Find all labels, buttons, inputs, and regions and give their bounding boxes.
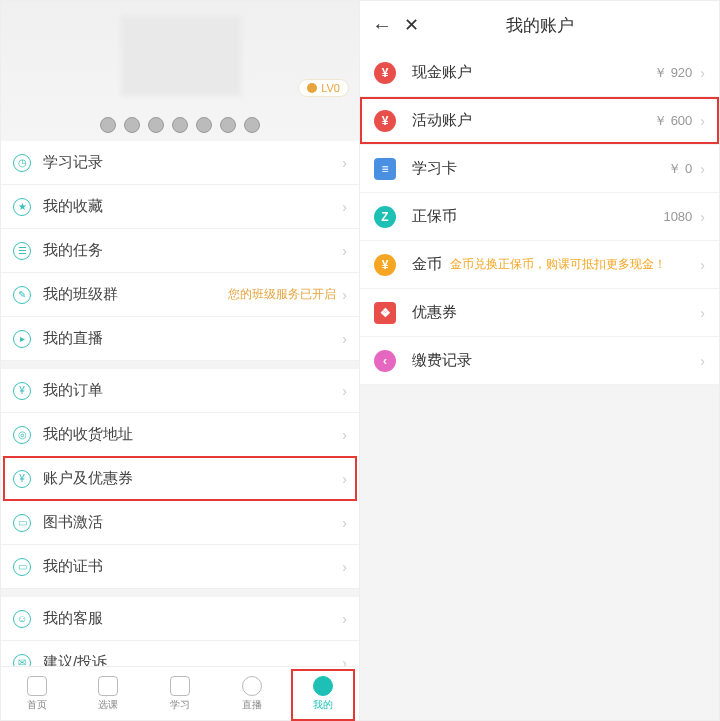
menu-row[interactable]: ★我的收藏› (1, 185, 359, 229)
account-row-label: 优惠券 (412, 303, 700, 322)
menu-row-icon: ◎ (13, 426, 31, 444)
medal-icon (220, 117, 236, 133)
menu-row-icon: ★ (13, 198, 31, 216)
account-row[interactable]: ¥金币金币兑换正保币，购课可抵扣更多现金！› (360, 241, 719, 289)
chevron-right-icon: › (342, 155, 347, 171)
account-row-icon: ≡ (374, 158, 396, 180)
medal-icon (196, 117, 212, 133)
account-row-label: 金币 (412, 255, 442, 274)
account-row[interactable]: Z正保币1080› (360, 193, 719, 241)
me-icon (313, 676, 333, 696)
menu-row-icon: ¥ (13, 382, 31, 400)
chevron-right-icon: › (342, 515, 347, 531)
menu-row[interactable]: ▸我的直播› (1, 317, 359, 361)
tab-home[interactable]: 首页 (1, 667, 73, 720)
level-text: LV0 (321, 82, 340, 94)
menu-row[interactable]: ¥我的订单› (1, 369, 359, 413)
tab-bag[interactable]: 选课 (73, 667, 145, 720)
menu-row[interactable]: ▭图书激活› (1, 501, 359, 545)
account-row-value: ￥ 920 (654, 64, 692, 82)
chevron-right-icon: › (342, 559, 347, 575)
medal-icon (148, 117, 164, 133)
menu-row[interactable]: ☰我的任务› (1, 229, 359, 273)
medal-icon (100, 117, 116, 133)
account-row-icon: ¥ (374, 110, 396, 132)
menu-row-label: 我的直播 (43, 329, 342, 348)
menu-row-icon: ▭ (13, 558, 31, 576)
menu-row[interactable]: ✎我的班级群您的班级服务已开启› (1, 273, 359, 317)
chevron-right-icon: › (342, 243, 347, 259)
menu-row-label: 图书激活 (43, 513, 342, 532)
right-content: ¥现金账户￥ 920›¥活动账户￥ 600›≡学习卡￥ 0›Z正保币1080›¥… (360, 49, 719, 720)
chevron-right-icon: › (342, 471, 347, 487)
chevron-right-icon: › (700, 113, 705, 129)
chevron-right-icon: › (700, 353, 705, 369)
medal-row (1, 117, 359, 133)
account-row-value: 1080 (663, 209, 692, 224)
chevron-right-icon: › (342, 383, 347, 399)
chevron-right-icon: › (700, 161, 705, 177)
menu-row-label: 我的班级群 (43, 285, 228, 304)
tab-label: 学习 (170, 698, 190, 712)
account-row-label: 正保币 (412, 207, 663, 226)
home-icon (27, 676, 47, 696)
menu-row-icon: ¥ (13, 470, 31, 488)
chevron-right-icon: › (700, 305, 705, 321)
menu-row-label: 我的收藏 (43, 197, 342, 216)
menu-row[interactable]: ¥账户及优惠券› (1, 457, 359, 501)
chevron-right-icon: › (342, 331, 347, 347)
menu-row-label: 我的订单 (43, 381, 342, 400)
account-row[interactable]: ❖优惠券› (360, 289, 719, 337)
right-title: 我的账户 (506, 14, 574, 37)
menu-row-label: 我的证书 (43, 557, 342, 576)
chevron-right-icon: › (700, 209, 705, 225)
medal-icon (124, 117, 140, 133)
chevron-right-icon: › (342, 611, 347, 627)
menu-row-label: 学习记录 (43, 153, 342, 172)
account-row-label: 学习卡 (412, 159, 668, 178)
close-icon[interactable]: ✕ (404, 14, 419, 36)
left-pane: LV0 ◷学习记录›★我的收藏›☰我的任务›✎我的班级群您的班级服务已开启›▸我… (1, 1, 360, 720)
account-row-label: 现金账户 (412, 63, 654, 82)
level-dot-icon (307, 83, 317, 93)
menu-row-icon: ☰ (13, 242, 31, 260)
back-icon[interactable]: ← (372, 14, 392, 37)
menu-row[interactable]: ◷学习记录› (1, 141, 359, 185)
play-icon (242, 676, 262, 696)
book-icon (170, 676, 190, 696)
menu-row-icon: ▭ (13, 514, 31, 532)
menu-row-label: 我的任务 (43, 241, 342, 260)
account-row[interactable]: ≡学习卡￥ 0› (360, 145, 719, 193)
tab-label: 我的 (313, 698, 333, 712)
account-row[interactable]: ¥现金账户￥ 920› (360, 49, 719, 97)
menu-row-icon: ☺ (13, 610, 31, 628)
account-row-label: 活动账户 (412, 111, 654, 130)
medal-icon (244, 117, 260, 133)
account-row[interactable]: ‹缴费记录› (360, 337, 719, 385)
medal-icon (172, 117, 188, 133)
bag-icon (98, 676, 118, 696)
tab-me[interactable]: 我的 (287, 667, 359, 720)
chevron-right-icon: › (342, 287, 347, 303)
account-row-icon: ❖ (374, 302, 396, 324)
level-badge[interactable]: LV0 (298, 79, 349, 97)
menu-row[interactable]: ☺我的客服› (1, 597, 359, 641)
right-header: ← ✕ 我的账户 (360, 1, 719, 49)
menu-row[interactable]: ◎我的收货地址› (1, 413, 359, 457)
account-row-icon: Z (374, 206, 396, 228)
account-row-icon: ¥ (374, 254, 396, 276)
account-row-icon: ‹ (374, 350, 396, 372)
avatar-blur (121, 16, 241, 96)
tab-book[interactable]: 学习 (144, 667, 216, 720)
tab-play[interactable]: 直播 (216, 667, 288, 720)
menu-row-label: 账户及优惠券 (43, 469, 342, 488)
menu-row-icon: ◷ (13, 154, 31, 172)
account-row-note: 金币兑换正保币，购课可抵扣更多现金！ (450, 256, 694, 273)
chevron-right-icon: › (700, 65, 705, 81)
bottom-tabbar: 首页选课学习直播我的 (1, 666, 359, 720)
menu-row-label: 我的客服 (43, 609, 342, 628)
account-row[interactable]: ¥活动账户￥ 600› (360, 97, 719, 145)
account-row-label: 缴费记录 (412, 351, 700, 370)
right-pane: ← ✕ 我的账户 ¥现金账户￥ 920›¥活动账户￥ 600›≡学习卡￥ 0›Z… (360, 1, 719, 720)
menu-row[interactable]: ▭我的证书› (1, 545, 359, 589)
